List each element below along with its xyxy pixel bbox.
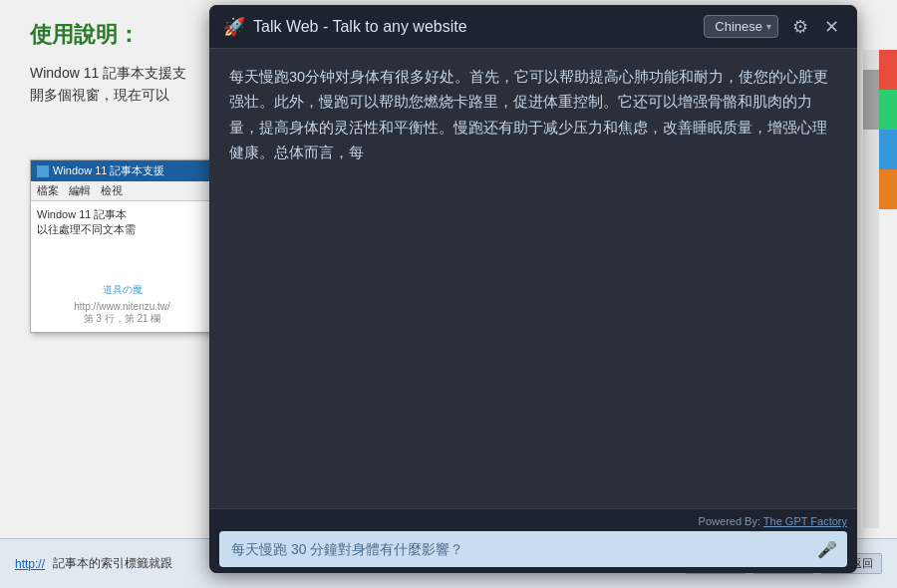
menu-edit[interactable]: 編輯 [69,183,91,198]
settings-button[interactable]: ⚙ [788,14,812,40]
tw-input-row: 🎤 [219,531,847,567]
powered-by-link[interactable]: The GPT Factory [763,515,847,527]
bg-inner-menu: 檔案 編輯 檢視 [31,181,213,201]
language-selector[interactable]: Chinese ▾ [704,15,778,38]
bg-inner-titlebar: Window 11 記事本支援 [31,160,213,181]
scrollbar-thumb[interactable] [863,70,879,130]
bg-inner-window: Window 11 記事本支援 檔案 編輯 檢視 Window 11 記事本 以… [30,159,214,333]
bg-bottom-link[interactable]: http:// [15,557,45,571]
talkweb-title: Talk Web - Talk to any website [253,18,704,36]
talkweb-panel: 🚀 Talk Web - Talk to any website Chinese… [209,5,857,573]
chevron-down-icon: ▾ [766,21,771,32]
bg-inner-body: Window 11 記事本 以往處理不同文本需 [31,201,213,243]
sidebar-block-green [879,90,897,130]
sidebar-block-red [879,50,897,90]
mic-button[interactable]: 🎤 [807,532,847,567]
scrollbar[interactable] [863,50,879,528]
tw-header: 🚀 Talk Web - Talk to any website Chinese… [209,5,857,49]
bg-inner-footer: 道具の魔 http://www.nitenzu.tw/ 第 3 行，第 21 欄 [31,243,213,332]
tw-message: 每天慢跑30分钟对身体有很多好处。首先，它可以帮助提高心肺功能和耐力，使您的心脏… [229,65,837,166]
bg-footer-text: 記事本的索引標籤就跟 [53,555,172,572]
talkweb-icon: 🚀 [223,16,245,38]
powered-by-line: Powered By: The GPT Factory [219,515,847,527]
tw-chat-area: 每天慢跑30分钟对身体有很多好处。首先，它可以帮助提高心肺功能和耐力，使您的心脏… [209,49,857,508]
mic-icon: 🎤 [817,541,837,558]
close-icon: ✕ [824,17,839,37]
bg-inner-icon [37,165,49,177]
language-label: Chinese [715,19,762,34]
right-sidebar [879,50,897,209]
menu-view[interactable]: 檢視 [101,183,123,198]
tw-footer: Powered By: The GPT Factory 🎤 [209,508,857,573]
chat-input[interactable] [219,531,807,567]
sidebar-block-blue [879,130,897,169]
sidebar-block-orange [879,169,897,209]
powered-by-label: Powered By: [699,515,760,527]
close-button[interactable]: ✕ [820,14,843,40]
menu-file[interactable]: 檔案 [37,183,59,198]
gear-icon: ⚙ [792,17,808,37]
